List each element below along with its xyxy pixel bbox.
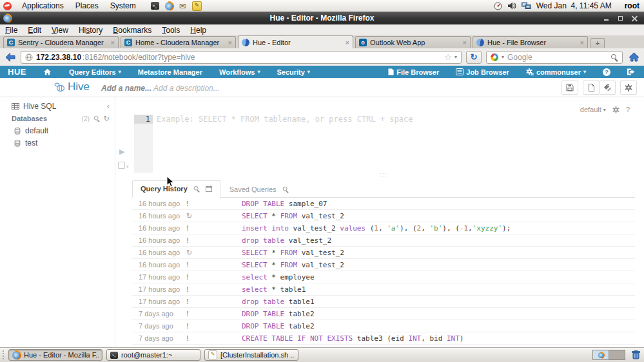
editor-placeholder[interactable]: Example: SELECT * FROM tablename, or pre… [157, 115, 413, 124]
tab-close-icon[interactable]: × [580, 39, 585, 46]
firefox-launcher-icon[interactable] [165, 2, 173, 10]
url-dropdown-icon[interactable]: ▾ [454, 54, 457, 60]
network-icon[interactable] [522, 2, 531, 10]
execute-button[interactable]: ▶ [119, 148, 124, 155]
desktop-menu-places[interactable]: Places [70, 1, 104, 10]
tab-close-icon[interactable]: × [228, 39, 233, 46]
menu-tools[interactable]: Tools [157, 25, 185, 35]
tab-close-icon[interactable]: × [110, 39, 115, 46]
logout-button[interactable] [619, 68, 644, 75]
history-row[interactable]: 16 hours ago↻SELECT * FROM val_test_2 [132, 210, 635, 222]
browser-tab-sentry-cloudera-manager[interactable]: CSentry - Cloudera Manager× [3, 36, 119, 48]
url-bar[interactable]: 172.23.38.10 :8162/notebook/editor?type=… [21, 51, 462, 64]
history-row[interactable]: 16 hours ago!insert into val_test_2 valu… [132, 222, 635, 234]
database-item-default[interactable]: default [0, 124, 115, 137]
history-row[interactable]: 16 hours ago!SELECT * FROM val_test_2 [132, 259, 635, 271]
minimize-icon[interactable] [603, 15, 609, 21]
reload-button[interactable]: ↻ [466, 51, 482, 64]
clock[interactable]: Wed Jan 4, 11:45 AM [536, 1, 612, 10]
hue-home-icon[interactable] [34, 68, 61, 75]
taskbar-window-root-master1-[interactable]: >_root@master1:~ [106, 349, 200, 361]
history-row[interactable]: 17 hours ago!select * table1 [132, 283, 635, 296]
history-row[interactable]: 17 hours ago!drop table table1 [132, 296, 635, 308]
tab-close-icon[interactable]: × [462, 39, 467, 46]
help-button[interactable]: ? [594, 68, 619, 76]
desktop-menu-applications[interactable]: Applications [16, 1, 70, 10]
history-row[interactable]: 7 days ago!CREATE TABLE IF NOT EXISTS ta… [132, 332, 635, 345]
search-engine-dropdown-icon[interactable]: ▾ [502, 54, 504, 60]
desktop-menu-system[interactable]: System [104, 1, 142, 10]
user-menu[interactable]: commonuser ▾ [518, 68, 594, 76]
search-bar[interactable]: ▾ Google [486, 51, 623, 64]
browser-tab-hue-file-browser[interactable]: Hue - File Browser× [473, 36, 588, 48]
collapse-assist-icon[interactable]: ‹ [107, 103, 110, 110]
browser-tab-outlook-web-app[interactable]: oOutlook Web App× [355, 36, 471, 48]
editor-settings-icon[interactable] [612, 106, 620, 113]
hue-nav-metastore-manager[interactable]: Metastore Manager [130, 68, 211, 76]
window-titlebar[interactable]: Hue - Editor - Mozilla Firefox [0, 12, 644, 24]
bookmark-star-icon[interactable]: ☆ [444, 53, 452, 61]
resize-handle[interactable]: ······ [376, 172, 391, 177]
taskbar-window--clusterinstallation-sh-[interactable]: ✎[ClusterInstallation.sh ...] [204, 349, 298, 361]
search-icon[interactable] [610, 53, 618, 61]
tab-saved-queries[interactable]: Saved Queries [220, 182, 298, 197]
database-selector[interactable]: default▾ [580, 106, 606, 113]
notes-launcher-icon[interactable]: ✎ [192, 1, 202, 11]
menu-file[interactable]: File [0, 25, 23, 35]
tab-query-history[interactable]: Query History [132, 180, 220, 198]
job-browser-link[interactable]: Job Browser [447, 68, 518, 76]
history-row[interactable]: 16 hours ago!DROP TABLE sample_07 [132, 198, 635, 210]
tags-button[interactable] [599, 81, 616, 95]
gear-icon [625, 84, 632, 91]
workspace-1[interactable] [593, 350, 609, 359]
history-row[interactable]: 16 hours ago↻SELECT * FROM val_test_2 [132, 247, 635, 259]
hue-nav-workflows[interactable]: Workflows▾ [211, 68, 268, 76]
workspace-switcher[interactable] [592, 350, 625, 360]
terminal-launcher-icon[interactable]: >_ [151, 2, 159, 10]
redhat-menu-icon[interactable] [3, 2, 12, 10]
saved-search-icon[interactable] [282, 186, 288, 193]
hue-logo[interactable]: HUE [8, 67, 26, 77]
tab-close-icon[interactable]: × [345, 39, 350, 46]
history-search-icon[interactable] [193, 186, 200, 192]
trash-icon[interactable] [632, 350, 640, 359]
new-document-button[interactable] [583, 81, 600, 95]
menu-history[interactable]: History [73, 25, 108, 35]
menu-edit[interactable]: Edit [23, 25, 46, 35]
editor-help-icon[interactable]: ? [626, 106, 630, 113]
close-icon[interactable] [632, 15, 638, 21]
system-monitor-icon[interactable] [494, 2, 502, 10]
mail-launcher-icon[interactable]: ✉ [179, 2, 186, 10]
assist-refresh-icon[interactable]: ↻ [104, 115, 110, 122]
database-item-test[interactable]: test [0, 137, 115, 149]
maximize-icon[interactable] [618, 15, 623, 21]
hue-nav-security[interactable]: Security▾ [268, 68, 318, 76]
file-browser-link[interactable]: File Browser [380, 68, 447, 76]
menu-view[interactable]: View [46, 25, 73, 35]
history-row[interactable]: 16 hours ago!drop table val_test_2 [132, 234, 635, 247]
google-logo-icon[interactable] [491, 53, 498, 61]
back-button[interactable] [5, 52, 16, 62]
browser-tab-home-cloudera-manager[interactable]: CHome - Cloudera Manager× [121, 36, 236, 48]
menu-help[interactable]: Help [185, 25, 211, 35]
volume-icon[interactable] [507, 2, 516, 10]
history-timestamp: 16 hours ago [132, 249, 186, 256]
new-tab-button[interactable]: + [590, 38, 605, 48]
history-row[interactable]: 7 days ago!DROP TABLE table2 [132, 308, 635, 320]
home-button[interactable] [629, 52, 639, 62]
history-row[interactable]: 17 hours ago!select * employee [132, 271, 635, 283]
assist-source-row[interactable]: Hive SQL ‹ [0, 97, 115, 113]
query-name-field[interactable]: Add a name... [101, 84, 151, 93]
taskbar-window-hue-editor-mozilla-f-[interactable]: Hue - Editor - Mozilla F... [8, 349, 102, 361]
workspace-2[interactable] [609, 350, 625, 359]
assist-search-icon[interactable] [93, 115, 100, 122]
menu-bookmarks[interactable]: Bookmarks [108, 25, 157, 35]
browser-tab-hue-editor[interactable]: Hue - Editor× [238, 35, 353, 49]
calendar-icon[interactable] [206, 186, 212, 192]
save-button[interactable] [561, 81, 578, 95]
snippet-type-button[interactable]: ▾ [118, 162, 129, 169]
history-row[interactable]: 7 days ago!DROP TABLE table2 [132, 320, 635, 332]
query-description-field[interactable]: Add a description... [153, 84, 220, 93]
settings-button[interactable] [620, 81, 637, 95]
hue-nav-query-editors[interactable]: Query Editors▾ [61, 68, 130, 76]
